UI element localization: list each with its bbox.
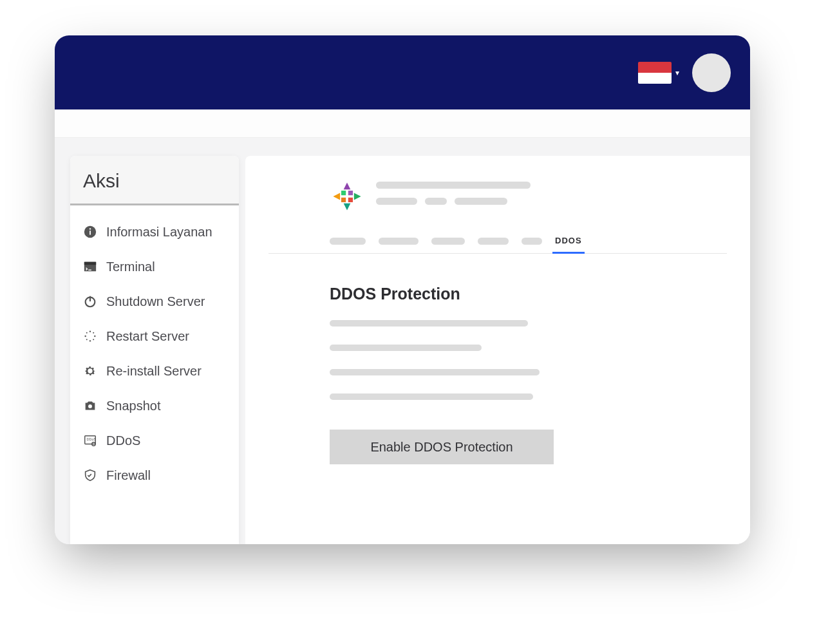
placeholder-line — [376, 182, 531, 189]
main-panel: DDOS DDOS Protection Enable DDOS Protect… — [245, 156, 750, 544]
tab-ddos[interactable]: DDOS — [555, 236, 582, 247]
gear-icon — [82, 363, 99, 379]
enable-ddos-button[interactable]: Enable DDOS Protection — [330, 430, 554, 464]
sidebar-item-label: Shutdown Server — [106, 294, 205, 309]
sidebar-item-snapshot[interactable]: Snapshot — [78, 391, 231, 421]
svg-point-16 — [88, 404, 92, 408]
svg-point-11 — [94, 336, 95, 337]
sidebar-item-label: DDoS — [106, 433, 140, 448]
svg-point-8 — [89, 330, 91, 332]
placeholder-line — [330, 393, 533, 400]
sidebar-item-label: Re-install Server — [106, 364, 202, 379]
avatar[interactable] — [692, 53, 731, 92]
sidebar-item-reinstall[interactable]: Re-install Server — [78, 356, 231, 386]
svg-text:DDoS: DDoS — [87, 437, 97, 441]
sidebar-item-shutdown[interactable]: Shutdown Server — [78, 287, 231, 316]
svg-rect-23 — [348, 198, 353, 202]
camera-icon — [82, 397, 99, 414]
sidebar: Aksi Informasi Layanan Terminal — [70, 156, 239, 544]
svg-point-15 — [93, 339, 94, 340]
server-title-block — [376, 179, 531, 205]
svg-point-2 — [89, 228, 91, 229]
svg-point-13 — [93, 332, 94, 334]
sidebar-item-ddos[interactable]: DDoS DDoS — [78, 426, 231, 455]
chevron-down-icon: ▾ — [675, 68, 679, 77]
tab-placeholder[interactable] — [330, 238, 366, 245]
sidebar-item-label: Snapshot — [106, 399, 161, 413]
svg-point-10 — [84, 336, 86, 337]
tab-placeholder[interactable] — [379, 238, 418, 245]
tab-placeholder[interactable] — [478, 238, 509, 245]
os-logo-icon — [330, 179, 364, 214]
svg-point-12 — [86, 332, 88, 334]
placeholder-chip — [425, 198, 447, 205]
svg-rect-21 — [348, 191, 353, 195]
placeholder-chip — [376, 198, 417, 205]
sidebar-item-info[interactable]: Informasi Layanan — [78, 217, 231, 247]
server-header — [268, 179, 727, 214]
sidebar-item-restart[interactable]: Restart Server — [78, 321, 231, 351]
tab-placeholder[interactable] — [431, 238, 465, 245]
svg-rect-1 — [89, 231, 91, 234]
svg-rect-5 — [88, 270, 91, 270]
svg-rect-22 — [341, 198, 346, 202]
sidebar-item-terminal[interactable]: Terminal — [78, 252, 231, 281]
body-area: Aksi Informasi Layanan Terminal — [55, 138, 750, 544]
svg-rect-20 — [341, 191, 346, 195]
power-icon — [82, 293, 99, 310]
sidebar-item-label: Firewall — [106, 468, 151, 483]
placeholder-line — [330, 369, 540, 375]
app-window: ▾ Aksi Informasi Layanan Terminal — [55, 35, 750, 544]
language-selector[interactable]: ▾ — [638, 62, 679, 84]
ddos-section: DDOS Protection Enable DDOS Protection — [268, 254, 727, 464]
flag-icon — [638, 62, 672, 84]
svg-point-9 — [89, 340, 91, 341]
placeholder-chip — [455, 198, 507, 205]
sidebar-item-label: Restart Server — [106, 329, 189, 344]
restart-icon — [82, 328, 99, 345]
tabs: DDOS — [268, 236, 727, 254]
topbar: ▾ — [55, 35, 750, 109]
breadcrumb-bar — [55, 109, 750, 138]
svg-rect-4 — [84, 262, 96, 265]
section-title: DDOS Protection — [330, 285, 727, 303]
info-icon — [82, 223, 99, 240]
sidebar-item-label: Terminal — [106, 260, 155, 274]
placeholder-line — [330, 345, 482, 351]
sidebar-item-label: Informasi Layanan — [106, 225, 212, 240]
tab-placeholder[interactable] — [522, 238, 542, 245]
placeholder-line — [330, 320, 528, 327]
ddos-icon: DDoS — [82, 432, 99, 449]
svg-point-14 — [86, 339, 88, 340]
sidebar-title: Aksi — [70, 156, 239, 205]
sidebar-item-firewall[interactable]: Firewall — [78, 460, 231, 490]
terminal-icon — [82, 258, 99, 275]
sidebar-list: Informasi Layanan Terminal Shutdown Serv… — [70, 205, 239, 497]
shield-icon — [82, 467, 99, 484]
